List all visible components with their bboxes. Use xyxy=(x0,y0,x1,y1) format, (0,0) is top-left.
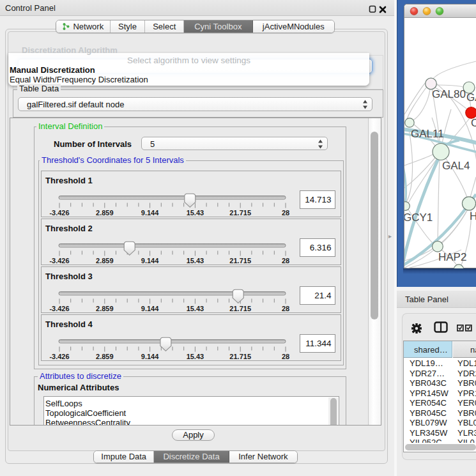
svg-text:21.715: 21.715 xyxy=(229,353,251,360)
svg-text:21.715: 21.715 xyxy=(229,305,251,312)
svg-text:9.144: 9.144 xyxy=(141,353,159,360)
svg-text:21.715: 21.715 xyxy=(229,257,251,265)
svg-text:HAP2: HAP2 xyxy=(438,251,466,263)
svg-text:GCY1: GCY1 xyxy=(404,211,433,224)
svg-text:2.859: 2.859 xyxy=(96,209,114,217)
svg-text:15.43: 15.43 xyxy=(187,257,204,265)
svg-text:2.859: 2.859 xyxy=(96,353,114,360)
svg-text:21.715: 21.715 xyxy=(229,209,251,217)
svg-text:9.144: 9.144 xyxy=(141,257,159,265)
svg-text:GAL4: GAL4 xyxy=(442,160,470,172)
svg-text:-3.426: -3.426 xyxy=(49,209,69,217)
svg-text:GA: GA xyxy=(466,91,476,104)
svg-text:2.859: 2.859 xyxy=(96,257,114,265)
svg-text:GAL11: GAL11 xyxy=(411,128,444,140)
svg-text:15.43: 15.43 xyxy=(187,353,204,360)
svg-text:28: 28 xyxy=(282,305,289,312)
svg-text:15.43: 15.43 xyxy=(187,305,204,312)
svg-text:28: 28 xyxy=(282,209,289,217)
svg-text:H: H xyxy=(470,210,476,222)
svg-text:28: 28 xyxy=(282,353,289,360)
svg-text:-3.426: -3.426 xyxy=(49,305,69,312)
svg-text:15.43: 15.43 xyxy=(187,209,204,217)
svg-text:9.144: 9.144 xyxy=(141,305,159,312)
svg-text:28: 28 xyxy=(282,257,289,265)
svg-text:C: C xyxy=(471,117,476,129)
svg-text:GAL80: GAL80 xyxy=(432,88,466,100)
svg-text:9.144: 9.144 xyxy=(141,209,159,217)
svg-text:-3.426: -3.426 xyxy=(49,257,69,265)
svg-text:2.859: 2.859 xyxy=(96,305,114,312)
svg-text:-3.426: -3.426 xyxy=(49,353,69,360)
